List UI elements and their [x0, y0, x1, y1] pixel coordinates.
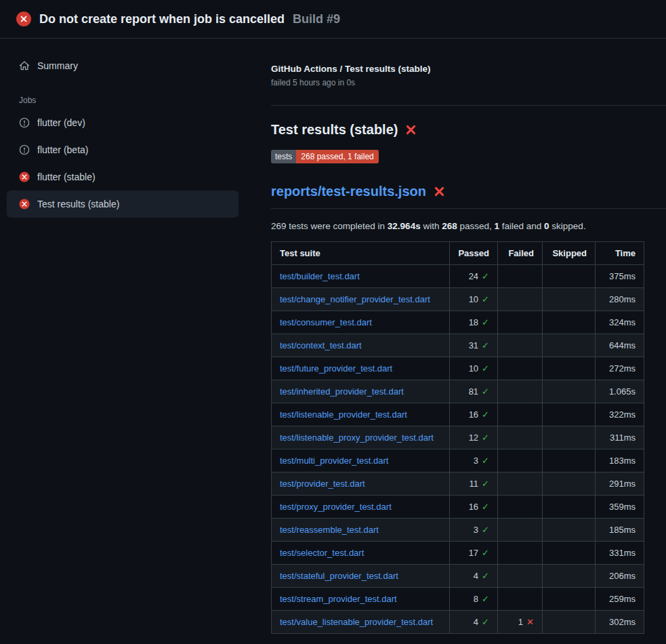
check-icon: ✓ — [482, 271, 489, 281]
check-icon: ✓ — [482, 502, 489, 512]
table-row: test/selector_test.dart 17✓ ✕ 331ms — [272, 542, 644, 565]
time-value: 322ms — [596, 403, 644, 426]
check-icon: ✓ — [482, 409, 489, 420]
main-content: GitHub Actions / Test results (stable) f… — [245, 39, 666, 634]
col-header-passed: Passed — [450, 242, 498, 265]
sidebar-job-item[interactable]: flutter (dev) — [7, 109, 238, 136]
time-value: 1.065s — [596, 380, 644, 403]
test-suite-link[interactable]: test/consumer_test.dart — [280, 317, 372, 327]
table-row: test/stream_provider_test.dart 8✓ ✕ 259m… — [272, 588, 644, 611]
failed-x-icon — [434, 186, 445, 197]
report-file-link[interactable]: reports/test-results.json — [271, 184, 426, 199]
sidebar-job-item[interactable]: flutter (stable) — [7, 163, 238, 190]
sidebar-summary-label: Summary — [37, 59, 78, 73]
table-header-row: Test suite Passed Failed Skipped Time — [272, 242, 644, 265]
summary-text: with — [421, 221, 442, 231]
passed-count: 4 — [474, 571, 478, 581]
table-row: test/provider_test.dart 11✓ ✕ 291ms — [272, 472, 644, 496]
check-icon: ✓ — [482, 548, 489, 558]
summary-line: 269 tests were completed in 32.964s with… — [271, 221, 644, 231]
test-suite-link[interactable]: test/multi_provider_test.dart — [280, 456, 388, 466]
failed-count: 1 — [518, 617, 523, 627]
time-value: 291ms — [596, 472, 644, 496]
passed-count: 8 — [474, 594, 478, 604]
test-suite-link[interactable]: test/selector_test.dart — [280, 548, 364, 558]
table-row: test/context_test.dart 31✓ ✕ 644ms — [272, 334, 644, 357]
col-header-failed: Failed — [498, 242, 543, 265]
passed-count: 3 — [474, 456, 478, 466]
test-suite-link[interactable]: test/stateful_provider_test.dart — [280, 571, 398, 581]
section-title: Test results (stable) — [271, 122, 398, 138]
time-value: 272ms — [596, 357, 644, 380]
summary-duration: 32.964s — [388, 221, 421, 231]
test-suite-link[interactable]: test/value_listenable_provider_test.dart — [280, 617, 433, 627]
sidebar-job-label: flutter (dev) — [37, 116, 85, 129]
passed-count: 24 — [469, 271, 478, 281]
check-icon: ✓ — [482, 525, 489, 535]
badge-value: 268 passed, 1 failed — [296, 150, 378, 163]
time-value: 183ms — [596, 449, 644, 472]
check-icon: ✓ — [482, 432, 489, 443]
x-circle-icon — [19, 172, 30, 182]
tests-status-badge: tests 268 passed, 1 failed — [271, 150, 379, 163]
time-value: 311ms — [596, 426, 644, 449]
sidebar-job-label: Test results (stable) — [37, 197, 119, 211]
test-suite-link[interactable]: test/listenable_proxy_provider_test.dart — [280, 432, 434, 443]
check-icon: ✓ — [482, 571, 489, 581]
run-meta: failed 5 hours ago in 0s — [271, 78, 644, 87]
col-header-time: Time — [596, 242, 644, 265]
summary-passed-count: 268 — [442, 221, 457, 231]
test-results-table: Test suite Passed Failed Skipped Time te… — [271, 241, 644, 634]
test-suite-link[interactable]: test/inherited_provider_test.dart — [280, 386, 404, 397]
summary-text: passed, — [457, 221, 495, 231]
check-icon: ✓ — [482, 363, 489, 374]
failed-x-icon — [405, 124, 417, 136]
passed-count: 11 — [470, 479, 479, 489]
time-value: 644ms — [596, 334, 644, 357]
test-suite-link[interactable]: test/future_provider_test.dart — [280, 363, 392, 374]
check-icon: ✓ — [482, 594, 489, 604]
sidebar: Summary Jobs flutter (dev) — [0, 39, 245, 218]
results-table-body: test/builder_test.dart 24✓ ✕ 375ms test/… — [272, 265, 644, 634]
build-title: Do not create report when job is cancell… — [39, 12, 285, 26]
passed-count: 81 — [469, 386, 478, 397]
passed-count: 10 — [469, 363, 478, 374]
sidebar-job-item[interactable]: Test results (stable) — [7, 190, 238, 218]
sidebar-item-summary[interactable]: Summary — [7, 52, 238, 79]
test-suite-link[interactable]: test/builder_test.dart — [280, 271, 360, 281]
breadcrumb: GitHub Actions / Test results (stable) — [271, 64, 644, 74]
test-suite-link[interactable]: test/stream_provider_test.dart — [280, 594, 397, 604]
test-suite-link[interactable]: test/context_test.dart — [280, 340, 362, 350]
table-row: test/change_notifier_provider_test.dart … — [272, 288, 644, 311]
check-icon: ✓ — [482, 340, 489, 350]
time-value: 280ms — [596, 288, 644, 311]
time-value: 375ms — [596, 265, 644, 288]
table-row: test/listenable_provider_test.dart 16✓ ✕… — [272, 403, 644, 426]
time-value: 324ms — [596, 311, 644, 334]
time-value: 302ms — [596, 611, 644, 634]
time-value: 359ms — [596, 496, 644, 519]
test-suite-link[interactable]: test/proxy_provider_test.dart — [280, 502, 392, 512]
test-suite-link[interactable]: test/provider_test.dart — [280, 479, 365, 489]
test-suite-link[interactable]: test/change_notifier_provider_test.dart — [280, 294, 430, 304]
x-icon: ✕ — [526, 617, 534, 627]
table-row: test/reassemble_test.dart 3✓ ✕ 185ms — [272, 519, 644, 542]
alert-circle-icon — [19, 117, 30, 128]
sidebar-job-label: flutter (beta) — [37, 143, 88, 157]
table-row: test/proxy_provider_test.dart 16✓ ✕ 359m… — [272, 496, 644, 519]
table-row: test/listenable_proxy_provider_test.dart… — [272, 426, 644, 449]
sidebar-job-item[interactable]: flutter (beta) — [7, 136, 238, 163]
check-icon: ✓ — [482, 294, 489, 304]
sidebar-job-label: flutter (stable) — [37, 170, 96, 184]
check-icon: ✓ — [482, 617, 489, 627]
test-suite-link[interactable]: test/reassemble_test.dart — [280, 525, 379, 535]
sidebar-jobs-list: flutter (dev) flutter (beta) — [7, 109, 238, 218]
col-header-skipped: Skipped — [543, 242, 596, 265]
home-icon — [19, 60, 30, 71]
passed-count: 17 — [469, 548, 478, 558]
summary-failed-count: 1 — [495, 221, 500, 231]
test-suite-link[interactable]: test/listenable_provider_test.dart — [280, 409, 407, 420]
check-icon: ✓ — [482, 317, 489, 327]
summary-text: 269 tests were completed in — [271, 221, 388, 231]
table-row: test/consumer_test.dart 18✓ ✕ 324ms — [272, 311, 644, 334]
